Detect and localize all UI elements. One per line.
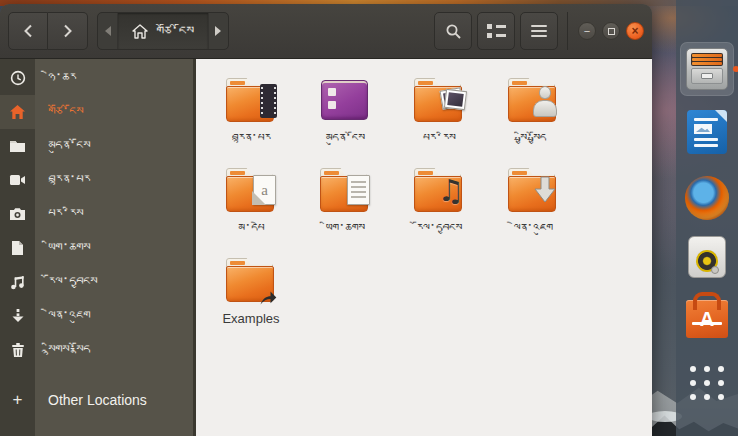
- template-emblem-icon: a: [253, 175, 276, 205]
- photos-emblem-icon: [441, 88, 467, 112]
- path-scroll-right-button[interactable]: [208, 13, 228, 49]
- pictures-camera-icon: [0, 197, 35, 231]
- dock-item-rhythmbox[interactable]: [688, 220, 726, 278]
- desktop-folder-icon: [317, 76, 373, 126]
- file-label: Examples: [222, 311, 279, 326]
- templates-folder-icon: a: [223, 166, 279, 216]
- plus-icon: +: [0, 383, 35, 417]
- close-icon: ×: [631, 25, 638, 37]
- search-button[interactable]: [434, 12, 472, 50]
- sidebar-item-recent[interactable]: ཉེ་ཆར: [0, 61, 193, 95]
- pictures-folder-icon: [411, 76, 467, 126]
- sidebar-item-other-locations[interactable]: + Other Locations: [0, 383, 193, 417]
- sidebar-item-music[interactable]: རོལ་དབྱངས: [0, 265, 193, 299]
- menu-button[interactable]: [520, 12, 558, 50]
- sidebar-item-label: རོལ་དབྱངས: [35, 274, 97, 290]
- icon-grid: བརྙན་པར མདུན་ངོས པར་རིས: [204, 73, 652, 343]
- examples-link-folder-icon: [223, 256, 279, 306]
- hamburger-menu-icon: [531, 25, 547, 37]
- sidebar-item-label: པར་རིས: [35, 206, 83, 222]
- file-label: ལེན་འཇུག: [514, 221, 553, 236]
- file-label: མདུན་ངོས: [326, 131, 365, 146]
- sidebar-item-label: བརྙན་པར: [35, 172, 90, 188]
- headerbar: གཙོ་ངོས − ×: [0, 4, 652, 59]
- file-tile-public[interactable]: སྤྱི་སྤྱོད: [486, 73, 580, 163]
- sidebar-item-home[interactable]: གཙོ་ངོས: [0, 95, 193, 129]
- scroll-left-icon: [105, 26, 111, 36]
- file-tile-music[interactable]: ♫ རོལ་དབྱངས: [392, 163, 486, 253]
- sidebar-item-pictures[interactable]: པར་རིས: [0, 197, 193, 231]
- file-label: པར་རིས: [423, 131, 456, 146]
- document-emblem-icon: [347, 175, 370, 205]
- back-button[interactable]: [8, 12, 48, 50]
- file-tile-documents[interactable]: ཡིག་ཆགས: [298, 163, 392, 253]
- sidebar-item-label: ལེན་འཇུག: [35, 308, 90, 324]
- sidebar-item-label: ཡིག་ཆགས: [35, 240, 90, 256]
- minimize-icon: −: [584, 26, 590, 37]
- places-sidebar: ཉེ་ཆར གཙོ་ངོས མདུན་ངོས བརྙན་པར: [0, 59, 196, 436]
- dock-item-ubuntu-software[interactable]: A: [686, 278, 728, 338]
- running-indicator-dot: [733, 66, 738, 72]
- file-tile-videos[interactable]: བརྙན་པར: [204, 73, 298, 163]
- scroll-right-icon: [215, 26, 221, 36]
- file-tile-templates[interactable]: a མ་དཔེ: [204, 163, 298, 253]
- file-label: རོལ་དབྱངས: [416, 221, 462, 236]
- breadcrumb-label: གཙོ་ངོས: [156, 23, 194, 40]
- maximize-button[interactable]: [602, 22, 620, 40]
- sidebar-item-label: སྙིགས་སྣོད: [35, 342, 90, 358]
- public-folder-icon: [505, 76, 561, 126]
- firefox-icon: [685, 176, 729, 220]
- sidebar-item-label: མདུན་ངོས: [35, 138, 90, 154]
- file-label: ཡིག་ཆགས: [326, 221, 365, 236]
- files-window: གཙོ་ངོས − ×: [0, 4, 652, 436]
- file-tile-downloads[interactable]: ལེན་འཇུག: [486, 163, 580, 253]
- view-toggle-button[interactable]: [477, 12, 515, 50]
- sidebar-item-label: Other Locations: [35, 392, 147, 408]
- home-icon: [132, 24, 148, 39]
- videos-folder-icon: [223, 76, 279, 126]
- music-note-emblem-icon: ♫: [437, 172, 465, 208]
- breadcrumb-home-segment[interactable]: གཙོ་ངོས: [118, 13, 208, 49]
- back-chevron-icon: [23, 24, 33, 38]
- recent-clock-icon: [0, 61, 35, 95]
- documents-folder-icon: [317, 166, 373, 216]
- navigation-buttons: [8, 12, 88, 50]
- film-strip-emblem-icon: [260, 84, 277, 118]
- music-note-icon: [0, 265, 35, 299]
- downloads-arrow-icon: [0, 299, 35, 333]
- dock-item-firefox[interactable]: [685, 154, 729, 220]
- file-label: སྤྱི་སྤྱོད: [520, 131, 546, 146]
- dock-item-show-applications[interactable]: [688, 338, 726, 402]
- dock-item-libreoffice-writer[interactable]: [687, 96, 727, 154]
- path-scroll-left-button[interactable]: [98, 13, 118, 49]
- download-arrow-emblem-icon: [534, 175, 556, 205]
- minimize-button[interactable]: −: [578, 22, 596, 40]
- window-controls: − ×: [567, 12, 644, 50]
- sidebar-item-downloads[interactable]: ལེན་འཇུག: [0, 299, 193, 333]
- person-emblem-icon: [533, 85, 557, 117]
- close-button[interactable]: ×: [626, 22, 644, 40]
- sidebar-item-label: གཙོ་ངོས: [35, 104, 83, 120]
- file-tile-desktop[interactable]: མདུན་ངོས: [298, 73, 392, 163]
- file-tile-examples[interactable]: Examples: [204, 253, 298, 343]
- forward-button[interactable]: [48, 12, 88, 50]
- dock-item-files[interactable]: [680, 42, 734, 96]
- downloads-folder-icon: [505, 166, 561, 216]
- ubuntu-dock: A: [676, 0, 738, 436]
- file-tile-pictures[interactable]: པར་རིས: [392, 73, 486, 163]
- documents-page-icon: [0, 231, 35, 265]
- ubuntu-software-icon: A: [686, 300, 728, 338]
- trash-icon: [0, 333, 35, 367]
- symlink-arrow-emblem-icon: [258, 287, 278, 307]
- sidebar-item-desktop[interactable]: མདུན་ངོས: [0, 129, 193, 163]
- rhythmbox-icon: [688, 236, 726, 278]
- file-label: བརྙན་པར: [232, 131, 271, 146]
- desktop-folder-icon: [0, 129, 35, 163]
- sidebar-item-label: ཉེ་ཆར: [35, 70, 76, 86]
- sidebar-item-trash[interactable]: སྙིགས་སྣོད: [0, 333, 193, 367]
- sidebar-item-documents[interactable]: ཡིག་ཆགས: [0, 231, 193, 265]
- sidebar-item-videos[interactable]: བརྙན་པར: [0, 163, 193, 197]
- path-bar: གཙོ་ངོས: [97, 12, 229, 50]
- file-view-area[interactable]: བརྙན་པར མདུན་ངོས པར་རིས: [196, 59, 652, 436]
- search-icon: [445, 23, 462, 40]
